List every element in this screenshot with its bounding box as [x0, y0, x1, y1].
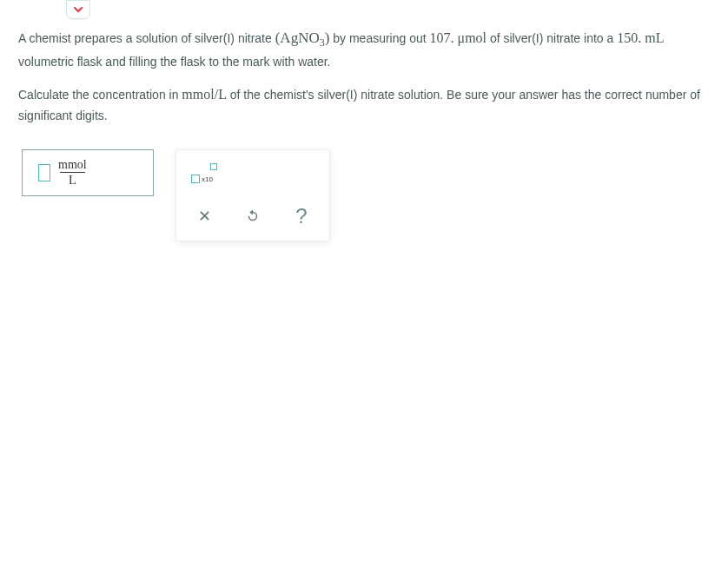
expand-toggle-button[interactable] [66, 0, 90, 19]
question-paragraph-2: Calculate the concentration in mmol/L of… [18, 83, 710, 125]
question-text: A chemist prepares a solution of silver(… [18, 26, 710, 125]
answer-area: mmol L x10 ✕ [18, 149, 710, 241]
answer-toolbox: x10 ✕ ? [175, 149, 330, 241]
unit-fraction: mmol L [56, 158, 89, 188]
help-button[interactable]: ? [279, 197, 324, 235]
question-paragraph-1: A chemist prepares a solution of silver(… [18, 26, 710, 71]
reset-icon [245, 208, 261, 224]
answer-input-box[interactable]: mmol L [22, 149, 154, 196]
clear-button[interactable]: ✕ [182, 197, 227, 235]
unit-numerator: mmol [56, 158, 89, 172]
question-container: A chemist prepares a solution of silver(… [0, 0, 728, 241]
unit-denominator: L [60, 172, 85, 187]
help-icon: ? [295, 204, 307, 228]
scientific-notation-button[interactable]: x10 [182, 155, 227, 194]
x-icon: ✕ [198, 207, 211, 226]
numeric-input-placeholder[interactable] [38, 164, 50, 181]
scientific-notation-icon: x10 [191, 163, 217, 186]
chevron-down-icon [73, 4, 83, 15]
reset-button[interactable] [230, 197, 275, 235]
